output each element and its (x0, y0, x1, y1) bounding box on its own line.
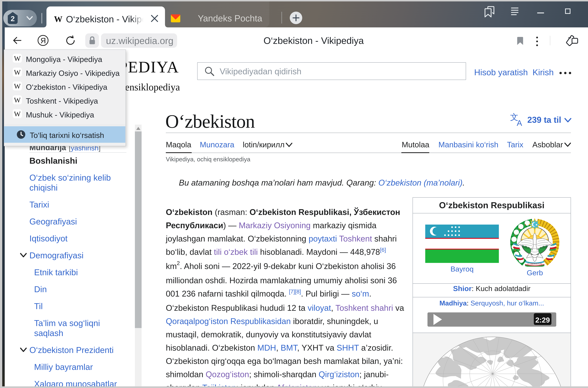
svg-text:O‘ZBEKISTON: O‘ZBEKISTON (527, 263, 542, 265)
svg-text:Я: Я (40, 36, 46, 45)
svg-text:2: 2 (11, 15, 15, 23)
svg-text:A: A (517, 119, 522, 126)
